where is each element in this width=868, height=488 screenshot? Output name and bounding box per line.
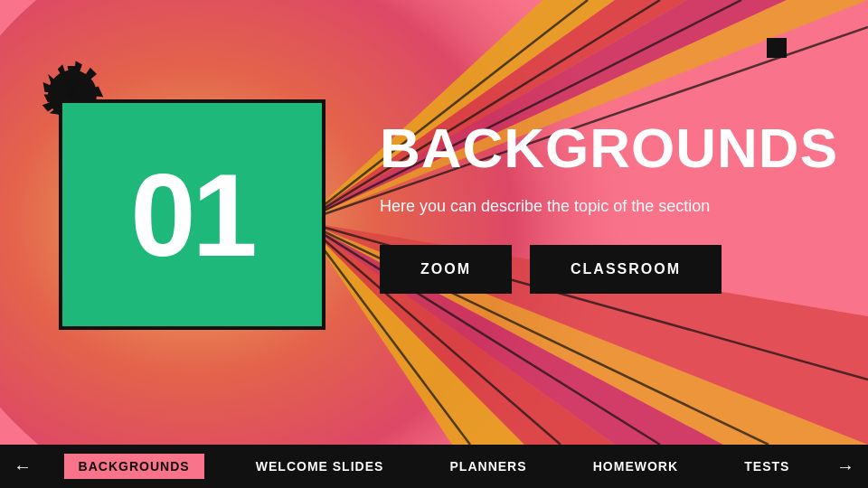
nav-item-homework[interactable]: HOMEWORK: [579, 454, 693, 479]
bottom-navigation: ← BACKGROUNDS WELCOME SLIDES PLANNERS HO…: [0, 445, 868, 488]
prev-arrow[interactable]: ←: [0, 445, 45, 488]
action-buttons: ZOOM CLASSROOM: [380, 245, 850, 294]
nav-items-list: BACKGROUNDS WELCOME SLIDES PLANNERS HOME…: [45, 454, 823, 479]
zoom-button[interactable]: ZOOM: [380, 245, 512, 294]
next-arrow[interactable]: →: [823, 445, 868, 488]
classroom-button[interactable]: CLASSROOM: [530, 245, 722, 294]
section-info: BACKGROUNDS Here you can describe the to…: [380, 117, 850, 294]
section-title: BACKGROUNDS: [380, 117, 850, 179]
number-card: 01: [59, 99, 326, 330]
prev-arrow-icon: ←: [14, 456, 32, 477]
decorative-square: [767, 38, 787, 58]
main-content: 01 BACKGROUNDS Here you can describe the…: [0, 0, 868, 445]
section-number: 01: [130, 156, 254, 274]
nav-item-tests[interactable]: TESTS: [730, 454, 804, 479]
next-arrow-icon: →: [836, 456, 854, 477]
nav-item-welcome-slides[interactable]: WELCOME SLIDES: [241, 454, 399, 479]
section-description: Here you can describe the topic of the s…: [380, 197, 850, 216]
nav-item-backgrounds[interactable]: BACKGROUNDS: [64, 454, 204, 479]
nav-item-planners[interactable]: PLANNERS: [436, 454, 542, 479]
